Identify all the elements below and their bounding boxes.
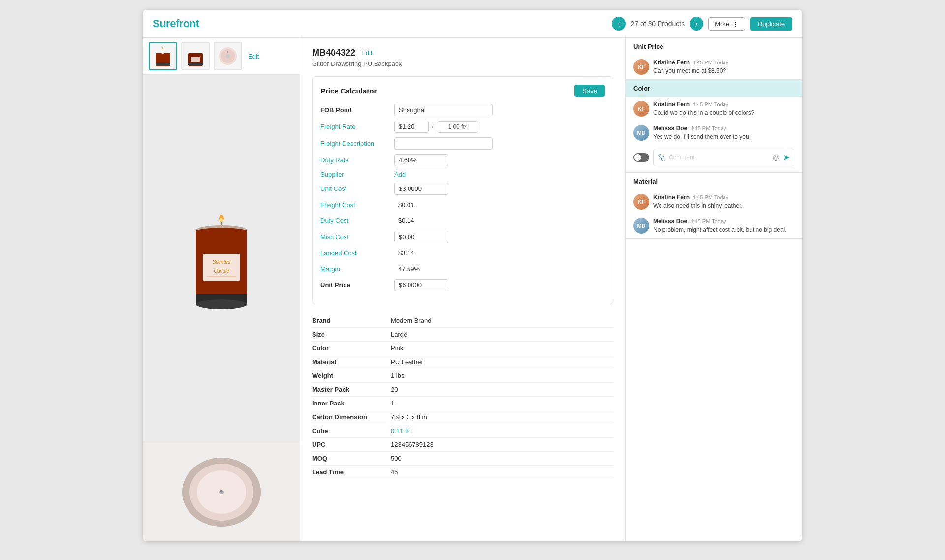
more-button[interactable]: More ⋮ [708, 17, 745, 31]
duplicate-button[interactable]: Duplicate [750, 17, 792, 31]
comment-section-unit-price: Unit PriceKFKristine Fern4:45 PM TodayCa… [626, 38, 802, 80]
comment-meta: Melissa Doe4:45 PM Today [653, 218, 794, 225]
details-value: 1 lbs [391, 372, 404, 379]
comment-input-actions: @➤ [773, 152, 790, 163]
product-id: MB404322 [312, 48, 355, 58]
details-row: Inner Pack1 [312, 397, 613, 410]
landed-cost-row: Landed Cost $3.14 [320, 248, 605, 259]
details-value: 20 [391, 386, 398, 393]
freight-cost-value: $0.01 [394, 199, 418, 211]
details-row: MOQ500 [312, 452, 613, 466]
misc-cost-input[interactable] [394, 231, 448, 243]
thumbnail-3[interactable] [214, 42, 242, 70]
freight-desc-input[interactable] [394, 137, 493, 150]
details-value: Pink [391, 344, 403, 352]
next-product-button[interactable]: › [690, 17, 703, 31]
details-label: MOQ [312, 455, 391, 462]
product-name: Glitter Drawstring PU Backpack [312, 60, 613, 67]
send-button[interactable]: ➤ [783, 152, 790, 163]
thumbnail-row: Edit [143, 38, 300, 75]
commenter-name: Kristine Fern [653, 194, 690, 201]
details-row: Carton Dimension7.9 x 3 x 8 in [312, 410, 613, 424]
thumbnail-1[interactable] [149, 42, 177, 70]
toggle-button[interactable] [633, 153, 649, 162]
landed-cost-value: $3.14 [394, 248, 418, 259]
freight-desc-label: Freight Description [320, 140, 394, 147]
svg-point-27 [220, 490, 222, 492]
details-row: ColorPink [312, 342, 613, 355]
comment-meta: Kristine Fern4:45 PM Today [653, 101, 794, 108]
comment-section-header-unit-price[interactable]: Unit Price [626, 38, 802, 55]
comment-time: 4:45 PM Today [690, 125, 726, 131]
avatar: KF [633, 194, 649, 210]
comment-time: 4:45 PM Today [693, 60, 728, 65]
svg-rect-5 [188, 62, 203, 65]
details-label: Carton Dimension [312, 413, 391, 421]
attachment-icon[interactable]: 📎 [658, 154, 666, 161]
save-button[interactable]: Save [574, 85, 605, 97]
details-row: Lead Time45 [312, 466, 613, 479]
freight-sep: / [432, 123, 434, 130]
freight-inputs: / 1.00 ft² [394, 121, 478, 133]
more-label: More [715, 20, 729, 28]
avatar-initials: KF [638, 106, 645, 112]
comment-placeholder[interactable]: Comment [666, 154, 773, 161]
details-label: Color [312, 344, 391, 352]
freight-unit: 1.00 ft² [437, 121, 478, 133]
product-header: MB404322 Edit [312, 48, 613, 58]
svg-rect-6 [191, 57, 200, 62]
unit-cost-label: Unit Cost [320, 185, 394, 192]
details-row: Cube0.11 ft² [312, 424, 613, 438]
supplier-add-link[interactable]: Add [394, 171, 406, 178]
details-label: Size [312, 331, 391, 338]
unit-cost-input[interactable] [394, 183, 448, 195]
product-count: 27 of 30 Products [630, 20, 685, 28]
duty-cost-label: Duty Cost [320, 217, 394, 224]
avatar-initials: MD [637, 130, 645, 136]
duty-rate-row: Duty Rate [320, 154, 605, 166]
svg-rect-16 [203, 254, 240, 281]
details-label: UPC [312, 441, 391, 448]
freight-cost-label: Freight Cost [320, 201, 394, 209]
comment-input-area: 📎Comment@➤ [626, 145, 802, 172]
avatar: MD [633, 218, 649, 234]
price-calc-title: Price Calculator [320, 87, 377, 95]
svg-point-9 [226, 54, 230, 58]
freight-cost-row: Freight Cost $0.01 [320, 199, 605, 211]
comment-item: MDMelissa Doe4:45 PM TodayNo problem, mi… [626, 214, 802, 238]
landed-cost-label: Landed Cost [320, 249, 394, 257]
details-label: Brand [312, 317, 391, 324]
commenter-name: Kristine Fern [653, 59, 690, 66]
comment-section-header-color[interactable]: Color [626, 80, 802, 97]
commenter-name: Melissa Doe [653, 125, 687, 132]
comment-body: Melissa Doe4:45 PM TodayNo problem, migh… [653, 218, 794, 234]
freight-rate-row: Freight Rate / 1.00 ft² [320, 121, 605, 133]
prev-product-button[interactable]: ‹ [612, 17, 626, 31]
price-calculator: Price Calculator Save FOB Point Freight … [312, 76, 613, 304]
comment-text: No problem, might affect cost a bit, but… [653, 226, 794, 234]
mention-button[interactable]: @ [773, 154, 780, 161]
comment-section-header-material[interactable]: Material [626, 173, 802, 190]
thumbnail-edit-link[interactable]: Edit [248, 53, 259, 60]
details-row: SizeLarge [312, 328, 613, 342]
details-row: BrandModern Brand [312, 314, 613, 328]
margin-label: Margin [320, 265, 394, 273]
right-panel: Unit PriceKFKristine Fern4:45 PM TodayCa… [625, 38, 802, 541]
thumbnail-2[interactable] [181, 42, 210, 70]
unit-price-input[interactable] [394, 279, 448, 291]
supplier-row: Supplier Add [320, 171, 605, 178]
details-value: 1 [391, 400, 394, 407]
product-edit-link[interactable]: Edit [361, 49, 372, 57]
freight-rate-input[interactable] [394, 121, 429, 133]
details-label: Material [312, 358, 391, 366]
fob-point-label: FOB Point [320, 106, 394, 114]
details-label: Inner Pack [312, 400, 391, 407]
candle-main-image: Scented Candle [172, 200, 271, 318]
duty-rate-label: Duty Rate [320, 156, 394, 164]
app-logo: Surefront [153, 17, 199, 30]
duty-rate-input[interactable] [394, 154, 448, 166]
details-value[interactable]: 0.11 ft² [391, 427, 410, 435]
price-calc-header: Price Calculator Save [320, 85, 605, 97]
fob-point-input[interactable] [394, 104, 493, 116]
avatar-initials: KF [638, 199, 645, 205]
